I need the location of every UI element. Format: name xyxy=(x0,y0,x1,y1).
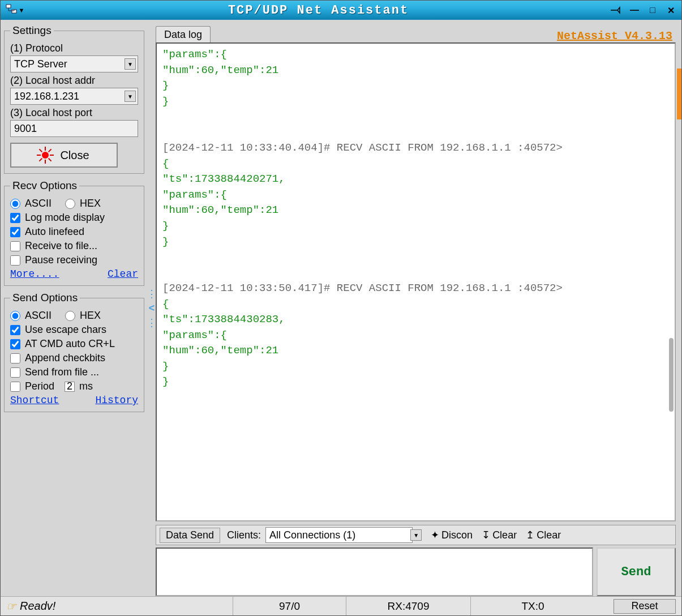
version-link[interactable]: NetAssist V4.3.13 xyxy=(557,29,676,42)
recv-hex-label: HEX xyxy=(80,198,101,209)
recv-more-link[interactable]: More.... xyxy=(10,268,59,280)
log-json-fragment: { "ts":1733884420271, "params":{ "hum":6… xyxy=(162,157,285,248)
port-input[interactable] xyxy=(10,120,138,137)
app-window: ▼ TCP/UDP Net Assistant — □ ✕ Settings (… xyxy=(0,0,682,616)
checkbits-label: Append checkbits xyxy=(25,352,105,364)
period-unit: ms xyxy=(79,380,93,392)
send-hex-radio[interactable] xyxy=(65,311,75,321)
tab-data-send[interactable]: Data Send xyxy=(160,528,220,543)
log-mode-checkbox[interactable] xyxy=(10,213,20,223)
reset-button[interactable]: Reset xyxy=(614,599,676,614)
recv-ascii-radio[interactable] xyxy=(10,199,20,209)
send-ascii-label: ASCII xyxy=(25,310,52,322)
period-label: Period xyxy=(25,380,54,392)
clients-label: Clients: xyxy=(227,529,261,541)
recv-legend: Recv Options xyxy=(10,179,79,192)
left-panel: Settings (1) Protocol ▼ (2) Local host a… xyxy=(1,20,148,596)
connection-active-icon xyxy=(38,148,52,162)
scrollbar-thumb[interactable] xyxy=(669,338,674,412)
escape-chars-label: Use escape chars xyxy=(25,324,106,336)
minimize-button[interactable]: — xyxy=(627,5,642,16)
send-hex-label: HEX xyxy=(80,310,101,322)
splitter-handle[interactable]: ⋮ < ⋮ xyxy=(148,20,156,596)
close-window-button[interactable]: ✕ xyxy=(663,5,678,16)
status-tx: TX:0 xyxy=(470,597,595,615)
system-menu[interactable]: ▼ xyxy=(1,3,29,18)
chevron-down-icon[interactable]: ▼ xyxy=(125,91,136,102)
send-ascii-radio[interactable] xyxy=(10,311,20,321)
pin-button[interactable] xyxy=(608,5,624,16)
status-rx: RX:4709 xyxy=(346,597,470,615)
network-icon xyxy=(5,3,18,18)
title-bar: ▼ TCP/UDP Net Assistant — □ ✕ xyxy=(1,1,681,20)
atcmd-checkbox[interactable] xyxy=(10,339,20,349)
hand-icon: ☞ xyxy=(6,600,16,613)
log-json-fragment: { "ts":1733884430283, "params":{ "hum":6… xyxy=(162,298,285,388)
settings-legend: Settings xyxy=(10,24,54,37)
arrow-up-icon: ↥ xyxy=(526,529,534,541)
recv-hex-radio[interactable] xyxy=(65,199,75,209)
arrow-down-icon: ↧ xyxy=(482,529,490,541)
recv-ascii-label: ASCII xyxy=(25,198,52,209)
status-ready: Readv! xyxy=(20,600,55,613)
period-input[interactable] xyxy=(65,382,75,392)
chevron-down-icon[interactable]: ▼ xyxy=(410,529,422,541)
atcmd-label: AT CMD auto CR+L xyxy=(25,338,115,350)
port-label: (3) Local host port xyxy=(10,107,138,119)
host-select[interactable] xyxy=(10,88,138,105)
arrow-left-icon: ✦ xyxy=(431,529,439,541)
pause-receiving-checkbox[interactable] xyxy=(10,255,20,266)
shortcut-link[interactable]: Shortcut xyxy=(10,395,59,406)
chevron-down-icon[interactable]: ▼ xyxy=(125,58,136,70)
edge-marker xyxy=(677,69,681,119)
status-bar: ☞ Readv! 97/0 RX:4709 TX:0 Reset xyxy=(1,596,681,615)
log-mode-label: Log mode display xyxy=(25,212,105,224)
send-legend: Send Options xyxy=(10,292,80,304)
pause-receiving-label: Pause receiving xyxy=(25,254,97,266)
disconnect-button[interactable]: ✦ Discon xyxy=(428,528,475,542)
receive-to-file-checkbox[interactable] xyxy=(10,241,20,251)
period-checkbox[interactable] xyxy=(10,382,20,392)
close-button-label: Close xyxy=(60,149,89,162)
recv-clear-link[interactable]: Clear xyxy=(108,268,138,280)
svg-rect-0 xyxy=(6,5,11,8)
clients-select[interactable] xyxy=(265,527,413,543)
auto-linefeed-checkbox[interactable] xyxy=(10,227,20,237)
receive-to-file-label: Receive to file... xyxy=(25,240,97,252)
maximize-button[interactable]: □ xyxy=(645,5,660,16)
log-header: [2024-12-11 10:33:40.404]# RECV ASCII FR… xyxy=(162,142,563,154)
right-panel: Data log NetAssist V4.3.13 "params":{ "h… xyxy=(156,20,681,596)
settings-group: Settings (1) Protocol ▼ (2) Local host a… xyxy=(4,24,144,174)
auto-linefeed-label: Auto linefeed xyxy=(25,226,84,238)
send-options-group: Send Options ASCII HEX Use escape chars … xyxy=(4,292,144,412)
protocol-label: (1) Protocol xyxy=(10,42,138,54)
data-log-box[interactable]: "params":{ "hum":60,"temp":21 } } [2024-… xyxy=(156,42,676,521)
status-counter: 97/0 xyxy=(233,597,346,615)
send-toolbar: Data Send Clients: ▼ ✦ Discon ↧ Clear ↥ … xyxy=(156,525,676,545)
escape-chars-checkbox[interactable] xyxy=(10,325,20,335)
collapse-left-icon: < xyxy=(149,302,155,314)
send-input[interactable] xyxy=(156,547,593,596)
clear-down-button[interactable]: ↧ Clear xyxy=(479,528,519,542)
log-header: [2024-12-11 10:33:50.417]# RECV ASCII FR… xyxy=(162,282,563,294)
send-button[interactable]: Send xyxy=(597,547,676,596)
history-link[interactable]: History xyxy=(95,395,138,406)
window-title: TCP/UDP Net Assistant xyxy=(29,3,608,18)
checkbits-checkbox[interactable] xyxy=(10,353,20,363)
log-json-fragment: "params":{ "hum":60,"temp":21 } } xyxy=(162,48,278,108)
host-label: (2) Local host addr xyxy=(10,75,138,87)
recv-options-group: Recv Options ASCII HEX Log mode display … xyxy=(4,179,144,286)
protocol-select[interactable] xyxy=(10,55,138,72)
send-from-file-checkbox[interactable] xyxy=(10,367,20,378)
tab-data-log[interactable]: Data log xyxy=(156,26,211,42)
send-from-file-label: Send from file ... xyxy=(25,366,99,378)
close-connection-button[interactable]: Close xyxy=(10,143,118,168)
dropdown-icon: ▼ xyxy=(19,7,25,14)
clear-up-button[interactable]: ↥ Clear xyxy=(524,528,563,542)
